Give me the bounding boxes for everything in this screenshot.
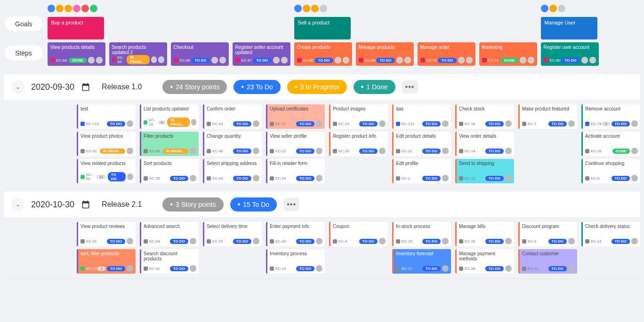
assignee-avatar — [316, 265, 322, 272]
task-card[interactable]: View product photos EC-52 IN PROG... — [77, 132, 136, 156]
step-card[interactable]: Register user account EC-80 TO DO — [541, 42, 599, 66]
step-id: EC-63 — [112, 55, 127, 64]
status-badge: TO DO — [422, 239, 441, 244]
issue-type-icon — [270, 267, 274, 271]
task-card[interactable]: sort, filter products EC-19 3 TO DO — [77, 249, 136, 274]
goal-card[interactable]: Sell a product — [294, 17, 351, 39]
issue-type-icon — [80, 149, 85, 153]
task-card[interactable]: Sort products EC-55 TO DO — [140, 159, 199, 183]
task-title: Select delivery time — [207, 224, 259, 229]
assignee-avatar — [316, 175, 322, 181]
side-labels: Goals Steps — [5, 16, 43, 66]
assignee-avatar — [281, 57, 288, 63]
assignee-avatar — [190, 175, 196, 181]
status-badge: TO DO — [314, 58, 333, 63]
task-id: EC-46 — [207, 149, 223, 153]
task-card[interactable]: Manage bills EC-35 TO DO — [455, 222, 514, 246]
task-id: EC-41 — [144, 267, 160, 271]
step-id: EC-80 — [544, 58, 561, 63]
task-card[interactable]: Activate account EC-26 DONE — [581, 132, 640, 156]
task-card[interactable]: Coupon EC-4 TO DO — [329, 222, 388, 246]
collapse-button[interactable]: ⌄ — [11, 198, 24, 211]
empty-cell — [329, 249, 388, 274]
task-id: EC-22 — [270, 149, 286, 153]
task-card[interactable]: Remove account EC-79 8 TO DO — [581, 104, 640, 129]
assignee-avatar — [458, 57, 465, 63]
task-card[interactable]: List products updated EC-20 6 IN PROG... — [140, 104, 199, 129]
release-header: ⌄ 2020-10-30 Release 2.13 Story points 1… — [4, 192, 640, 217]
task-card[interactable]: Inventory forecast EC-17 TO DO — [392, 249, 451, 274]
task-card[interactable]: Continue shopping EC-8 TO DO — [581, 159, 640, 183]
task-card[interactable]: Manage payment methods EC-36 TO DO — [455, 249, 514, 274]
task-card[interactable]: View order details EC-14 TO DO — [455, 132, 514, 156]
step-card[interactable]: Marketing EC-71 DONE — [479, 42, 537, 66]
task-card[interactable]: áas EC-113 TO DO — [392, 104, 451, 129]
task-card[interactable]: Check delivery status EC-12 TO DO — [581, 222, 640, 246]
status-badge: TO DO — [170, 266, 188, 271]
more-button[interactable]: ••• — [283, 198, 299, 211]
status-badge: TO DO — [233, 149, 251, 154]
assignee-avatar — [631, 148, 638, 154]
goal-card[interactable]: Buy a product — [48, 17, 104, 39]
step-card[interactable]: Register seller account updated EC-67 TO… — [233, 42, 290, 66]
task-card[interactable]: Send to shipping EC-13 TO DO — [455, 159, 514, 183]
task-card[interactable]: View seller profile EC-22 TO DO — [266, 132, 325, 156]
task-card[interactable]: Inventory process EC-16 TO DO — [266, 249, 325, 274]
task-card[interactable]: Select shipping address EC-44 TO DO — [203, 159, 262, 183]
task-card[interactable]: Confirm order EC-43 TO DO — [203, 104, 262, 129]
task-card[interactable]: Select delivery time EC-23 TO DO — [203, 222, 262, 246]
status-badge: TO DO — [422, 176, 441, 181]
task-card[interactable]: test EC-115 TO DO — [77, 104, 136, 129]
step-card[interactable]: Manage products EC-69 TO DO — [356, 42, 414, 66]
assignee-avatar — [568, 265, 575, 272]
issue-type-icon — [80, 239, 85, 243]
step-card[interactable]: Manage order EC-70 TO DO — [418, 42, 475, 66]
assignee-avatar — [379, 238, 386, 244]
more-button[interactable]: ••• — [402, 80, 418, 94]
task-card[interactable]: Product images EC-24 TO DO — [329, 104, 388, 129]
step-card[interactable]: Create products EC-68 TO DO — [294, 42, 352, 66]
step-title: View products details — [50, 45, 103, 50]
task-card[interactable]: View product reviews EC-51 TO DO — [77, 222, 136, 246]
summary-chip: 23 To Do — [233, 80, 280, 94]
task-title: Check stock — [459, 106, 512, 111]
goal-card[interactable]: Manage User — [541, 17, 597, 39]
step-title: Manage order — [420, 45, 473, 50]
task-card[interactable]: Register product info EC-25 TO DO — [329, 132, 388, 156]
status-badge: TO DO — [296, 121, 314, 126]
step-card[interactable]: Checkout EC-66 TO DO — [171, 42, 229, 66]
summary-chip: 15 To Do — [230, 197, 277, 212]
task-card[interactable]: Check stock EC-18 TO DO — [455, 104, 514, 129]
task-card[interactable]: Edit product details EC-31 TO DO — [392, 132, 451, 156]
status-badge: TO DO — [107, 266, 125, 271]
task-card[interactable]: Upload certificates EC-27 TO DO — [266, 104, 325, 129]
task-card[interactable]: Filter products EC-56 IN PROG... — [140, 132, 199, 156]
task-card[interactable]: Discount program EC-6 TO DO — [518, 222, 577, 246]
task-card[interactable]: Edit profile EC-1 TO DO — [392, 159, 451, 183]
issue-type-icon — [585, 176, 589, 181]
task-card[interactable]: Search discount products EC-41 TO DO — [140, 249, 199, 274]
assignee-avatar — [253, 238, 259, 244]
task-card[interactable]: Enter payment info EC-45 TO DO — [266, 222, 325, 246]
task-id: EC-12 — [585, 239, 602, 243]
goals-steps-container: Buy a product View products details EC-6… — [48, 5, 644, 66]
task-id: EC-11 — [522, 267, 539, 271]
collapse-button[interactable]: ⌄ — [11, 80, 24, 94]
task-card[interactable]: View related products EC-50 11 TO DO — [77, 159, 136, 183]
task-card[interactable]: Make product featured EC-7 TO DO — [518, 104, 577, 129]
step-card[interactable]: Search products updated 2 EC-63 IN PROG.… — [109, 42, 167, 66]
task-card[interactable]: Advanced search EC-54 TO DO — [140, 222, 199, 246]
assignee-avatar — [589, 57, 596, 63]
empty-cell — [518, 159, 577, 183]
points-badge: 6 — [158, 120, 166, 125]
task-card[interactable]: Contact customer EC-11 TO DO — [518, 249, 577, 274]
assignee-avatar — [505, 175, 512, 181]
avatar-icon — [558, 5, 565, 12]
assignee-avatar — [127, 120, 133, 127]
status-badge: TO DO — [422, 149, 441, 154]
status-badge: TO DO — [296, 149, 314, 154]
task-card[interactable]: Change quantity EC-46 TO DO — [203, 132, 262, 156]
task-card[interactable]: Fill-in retailer form EC-28 TO DO — [266, 159, 325, 183]
task-card[interactable]: In-stock process EC-15 TO DO — [392, 222, 451, 246]
step-card[interactable]: View products details EC-64 DONE — [48, 42, 105, 66]
